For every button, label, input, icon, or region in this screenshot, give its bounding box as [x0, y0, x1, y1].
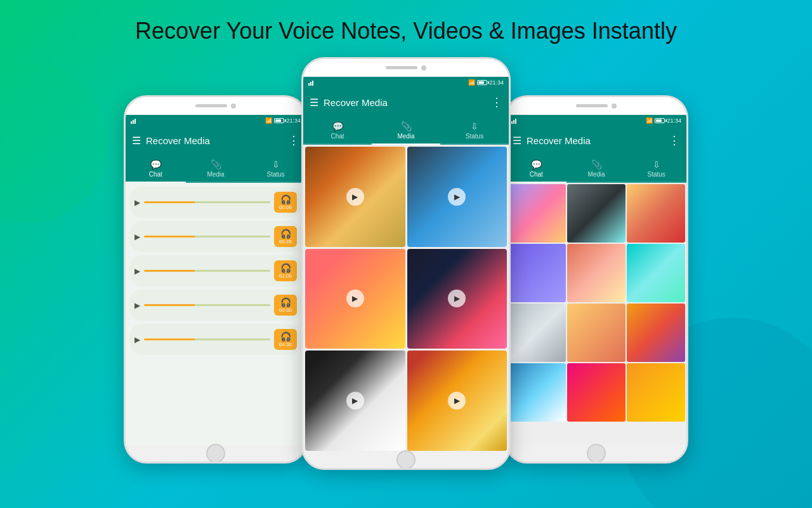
image-thumb-5[interactable] — [567, 244, 625, 302]
signal-center — [308, 79, 313, 86]
status-icon-right: ⇩ — [653, 159, 660, 170]
image-thumb-4[interactable] — [508, 244, 566, 302]
voice-item-3: ▶ 🎧 01:00 — [129, 255, 302, 286]
image-thumb-11[interactable] — [567, 363, 625, 422]
app-title-left: Recover Media — [146, 135, 283, 146]
more-icon-center[interactable]: ⋮ — [491, 95, 502, 109]
chat-icon-left: 💬 — [150, 159, 161, 170]
play-overlay-5: ▶ — [346, 392, 364, 410]
tab-status-label-right: Status — [648, 171, 665, 178]
media-thumb-2[interactable]: ▶ — [407, 147, 508, 247]
toolbar-right: ☰ Recover Media ⋮ — [506, 126, 686, 154]
phone-bottom-right — [506, 445, 686, 462]
toolbar-left: ☰ Recover Media ⋮ — [126, 126, 306, 154]
menu-icon-right[interactable]: ☰ — [513, 135, 521, 147]
play-btn-4[interactable]: ▶ — [134, 301, 140, 310]
battery-right — [655, 118, 665, 123]
speaker-right — [576, 104, 608, 107]
media-thumb-1[interactable]: ▶ — [305, 147, 405, 247]
voice-item-1: ▶ 🎧 00:06 — [129, 187, 302, 218]
camera-left — [231, 104, 236, 109]
home-btn-left[interactable] — [206, 444, 225, 463]
image-thumb-10[interactable] — [508, 363, 566, 422]
voice-list: ▶ 🎧 00:06 ▶ 🎧 00:26 ▶ — [126, 183, 306, 445]
more-icon-right[interactable]: ⋮ — [669, 133, 680, 147]
time-right: 21:34 — [667, 117, 681, 124]
media-thumb-4[interactable]: ▶ — [407, 249, 508, 349]
image-grid — [506, 183, 686, 423]
voice-time-1: 00:06 — [279, 204, 292, 210]
play-btn-1[interactable]: ▶ — [134, 198, 140, 207]
voice-time-4: 00:30 — [279, 307, 292, 313]
tab-media-label-left: Media — [207, 171, 224, 178]
voice-badge-2: 🎧 00:26 — [274, 226, 297, 247]
image-thumb-7[interactable] — [508, 304, 566, 362]
menu-icon-center[interactable]: ☰ — [310, 97, 318, 109]
wifi-icon-left: 📶 — [265, 117, 272, 124]
image-thumb-6[interactable] — [627, 244, 685, 302]
headphone-1: 🎧 — [280, 194, 291, 204]
camera-center — [421, 65, 426, 70]
media-icon-right: 📎 — [591, 159, 602, 170]
phone-top-right — [506, 97, 686, 115]
image-thumb-2[interactable] — [567, 184, 625, 243]
tab-media-label-right: Media — [587, 171, 605, 178]
tab-chat-label-right: Chat — [530, 171, 543, 178]
image-content — [506, 183, 686, 445]
headphone-5: 🎧 — [280, 331, 291, 342]
home-btn-right[interactable] — [587, 444, 606, 463]
media-thumb-3[interactable]: ▶ — [305, 249, 405, 349]
tab-media-right[interactable]: 📎 Media — [566, 154, 627, 183]
image-thumb-9[interactable] — [627, 304, 685, 362]
voice-item-2: ▶ 🎧 00:26 — [129, 221, 302, 252]
screen-center: 📶 21:34 ☰ Recover Media ⋮ 💬 Chat 📎 — [303, 77, 509, 451]
media-thumb-6[interactable]: ▶ — [407, 351, 508, 451]
voice-badge-4: 🎧 00:30 — [274, 295, 297, 316]
chat-icon-center: 💬 — [332, 121, 343, 131]
phone-bottom-center — [303, 451, 509, 468]
image-thumb-8[interactable] — [567, 304, 625, 362]
tab-status-center[interactable]: ⇩ Status — [440, 116, 509, 145]
play-overlay-6: ▶ — [448, 392, 466, 410]
tabs-center: 💬 Chat 📎 Media ⇩ Status — [303, 116, 509, 145]
image-thumb-1[interactable] — [508, 184, 566, 243]
media-thumb-5[interactable]: ▶ — [305, 351, 405, 451]
waveform-3 — [144, 270, 270, 272]
play-overlay-1: ▶ — [346, 188, 364, 206]
more-icon-left[interactable]: ⋮ — [288, 133, 299, 147]
tab-media-center[interactable]: 📎 Media — [372, 116, 440, 145]
tab-media-left[interactable]: 📎 Media — [186, 154, 246, 183]
voice-item-4: ▶ 🎧 00:30 — [129, 290, 302, 321]
time-left: 21:34 — [286, 117, 301, 124]
media-icon-left: 📎 — [211, 159, 221, 170]
battery-left — [274, 118, 284, 123]
tab-chat-center[interactable]: 💬 Chat — [303, 116, 372, 145]
status-bar-right: 📶 21:34 — [506, 115, 686, 126]
tab-status-right[interactable]: ⇩ Status — [626, 154, 686, 183]
screen-left: 📶 21:34 ☰ Recover Media ⋮ 💬 Chat — [126, 115, 306, 445]
waveform-4 — [144, 304, 270, 306]
status-bar-left: 📶 21:34 — [126, 115, 306, 126]
play-btn-2[interactable]: ▶ — [134, 232, 140, 241]
page-title: Recover Your Voice Notes, Videos & Image… — [0, 0, 812, 51]
signal-right — [511, 117, 516, 124]
media-content: ▶ ▶ ▶ ▶ ▶ ▶ — [303, 145, 509, 451]
headphone-4: 🎧 — [280, 297, 291, 307]
image-thumb-3[interactable] — [627, 184, 685, 243]
status-icon-left: ⇩ — [272, 159, 280, 170]
image-thumb-12[interactable] — [627, 363, 685, 422]
voice-time-5: 04:30 — [279, 342, 292, 347]
tab-status-left[interactable]: ⇩ Status — [246, 154, 306, 183]
play-btn-5[interactable]: ▶ — [134, 335, 140, 344]
home-btn-center[interactable] — [396, 450, 416, 469]
tab-chat-right[interactable]: 💬 Chat — [506, 154, 566, 183]
tab-chat-label-center: Chat — [331, 133, 344, 140]
wifi-icon-center: 📶 — [468, 79, 475, 86]
headphone-3: 🎧 — [280, 263, 291, 273]
tab-chat-left[interactable]: 💬 Chat — [126, 154, 186, 183]
menu-icon-left[interactable]: ☰ — [132, 135, 141, 147]
chat-icon-right: 💬 — [531, 159, 542, 170]
play-btn-3[interactable]: ▶ — [134, 267, 140, 276]
speaker-left — [195, 104, 227, 107]
media-icon-center: 📎 — [401, 121, 412, 131]
